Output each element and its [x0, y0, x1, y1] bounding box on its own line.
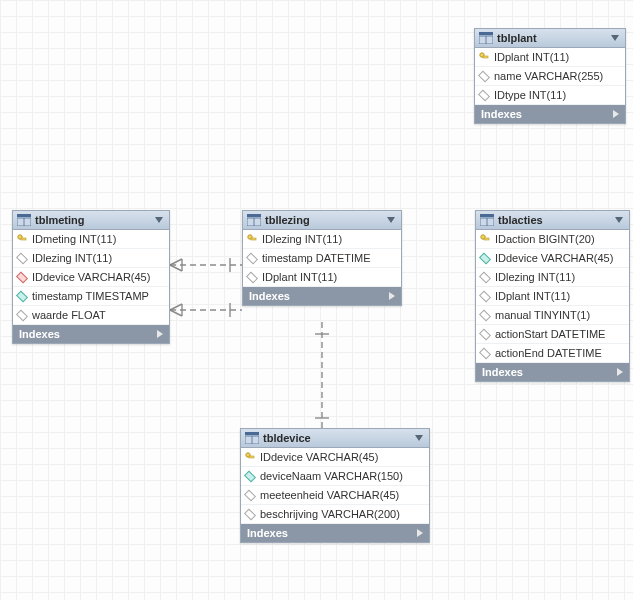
- column-row[interactable]: timestamp TIMESTAMP: [13, 287, 169, 306]
- diamond-icon: [16, 290, 28, 302]
- diamond-icon: [244, 508, 256, 520]
- collapse-icon[interactable]: [611, 35, 619, 41]
- column-row[interactable]: IDlezing INT(11): [476, 268, 629, 287]
- svg-line-8: [170, 310, 182, 316]
- indexes-section[interactable]: Indexes: [476, 363, 629, 381]
- column-text: waarde FLOAT: [32, 309, 106, 321]
- column-text: deviceNaam VARCHAR(150): [260, 470, 403, 482]
- svg-rect-37: [249, 456, 254, 458]
- collapse-icon[interactable]: [415, 435, 423, 441]
- svg-rect-27: [251, 238, 256, 240]
- indexes-section[interactable]: Indexes: [13, 325, 169, 343]
- diamond-icon: [246, 252, 258, 264]
- column-row[interactable]: IDlezing INT(11): [13, 249, 169, 268]
- column-text: IDmeting INT(11): [32, 233, 116, 245]
- diamond-icon: [478, 70, 490, 82]
- column-text: IDplant INT(11): [495, 290, 570, 302]
- column-row[interactable]: IDplant INT(11): [476, 287, 629, 306]
- column-row[interactable]: waarde FLOAT: [13, 306, 169, 325]
- expand-icon: [389, 292, 395, 300]
- column-text: IDlezing INT(11): [495, 271, 575, 283]
- table-header[interactable]: tbldevice: [241, 429, 429, 448]
- table-icon: [479, 32, 493, 44]
- column-text: IDplant INT(11): [262, 271, 337, 283]
- column-row[interactable]: beschrijving VARCHAR(200): [241, 505, 429, 524]
- column-row[interactable]: deviceNaam VARCHAR(150): [241, 467, 429, 486]
- diamond-icon: [16, 252, 28, 264]
- column-row[interactable]: IDdevice VARCHAR(45): [476, 249, 629, 268]
- column-text: IDdevice VARCHAR(45): [495, 252, 613, 264]
- column-row[interactable]: actionStart DATETIME: [476, 325, 629, 344]
- svg-rect-28: [480, 214, 494, 217]
- indexes-label: Indexes: [249, 290, 290, 302]
- table-tblmeting[interactable]: tblmeting IDmeting INT(11) IDlezing INT(…: [12, 210, 170, 344]
- diamond-icon: [244, 470, 256, 482]
- column-row[interactable]: meeteenheid VARCHAR(45): [241, 486, 429, 505]
- svg-line-3: [170, 259, 182, 265]
- table-header[interactable]: tblmeting: [13, 211, 169, 230]
- column-row[interactable]: IDtype INT(11): [475, 86, 625, 105]
- column-text: name VARCHAR(255): [494, 70, 603, 82]
- indexes-section[interactable]: Indexes: [243, 287, 401, 305]
- svg-rect-32: [484, 238, 489, 240]
- table-tblacties[interactable]: tblacties IDaction BIGINT(20) IDdevice V…: [475, 210, 630, 382]
- column-text: actionEnd DATETIME: [495, 347, 602, 359]
- svg-line-4: [170, 265, 182, 271]
- column-row[interactable]: IDdevice VARCHAR(45): [241, 448, 429, 467]
- pk-icon: [17, 234, 27, 244]
- column-row[interactable]: IDlezing INT(11): [243, 230, 401, 249]
- column-row[interactable]: manual TINYINT(1): [476, 306, 629, 325]
- collapse-icon[interactable]: [387, 217, 395, 223]
- indexes-label: Indexes: [19, 328, 60, 340]
- column-row[interactable]: IDplant INT(11): [243, 268, 401, 287]
- column-row[interactable]: IDplant INT(11): [475, 48, 625, 67]
- table-header[interactable]: tbllezing: [243, 211, 401, 230]
- table-tbldevice[interactable]: tbldevice IDdevice VARCHAR(45) deviceNaa…: [240, 428, 430, 543]
- diamond-icon: [16, 271, 28, 283]
- diamond-icon: [479, 290, 491, 302]
- column-row[interactable]: IDaction BIGINT(20): [476, 230, 629, 249]
- column-text: IDdevice VARCHAR(45): [32, 271, 150, 283]
- indexes-label: Indexes: [481, 108, 522, 120]
- diamond-icon: [478, 89, 490, 101]
- table-header[interactable]: tblacties: [476, 211, 629, 230]
- diamond-icon: [479, 347, 491, 359]
- column-text: IDtype INT(11): [494, 89, 566, 101]
- column-row[interactable]: IDdevice VARCHAR(45): [13, 268, 169, 287]
- svg-rect-13: [479, 32, 493, 35]
- table-title: tblmeting: [35, 214, 85, 226]
- column-row[interactable]: actionEnd DATETIME: [476, 344, 629, 363]
- collapse-icon[interactable]: [615, 217, 623, 223]
- svg-rect-22: [21, 238, 26, 240]
- table-title: tbllezing: [265, 214, 310, 226]
- collapse-icon[interactable]: [155, 217, 163, 223]
- column-row[interactable]: timestamp DATETIME: [243, 249, 401, 268]
- column-text: IDaction BIGINT(20): [495, 233, 595, 245]
- table-title: tblacties: [498, 214, 543, 226]
- column-text: timestamp TIMESTAMP: [32, 290, 149, 302]
- expand-icon: [617, 368, 623, 376]
- column-row[interactable]: IDmeting INT(11): [13, 230, 169, 249]
- diamond-icon: [244, 489, 256, 501]
- expand-icon: [417, 529, 423, 537]
- table-title: tbldevice: [263, 432, 311, 444]
- indexes-section[interactable]: Indexes: [241, 524, 429, 542]
- table-tbllezing[interactable]: tbllezing IDlezing INT(11) timestamp DAT…: [242, 210, 402, 306]
- table-title: tblplant: [497, 32, 537, 44]
- table-header[interactable]: tblplant: [475, 29, 625, 48]
- indexes-label: Indexes: [482, 366, 523, 378]
- column-row[interactable]: name VARCHAR(255): [475, 67, 625, 86]
- expand-icon: [157, 330, 163, 338]
- indexes-section[interactable]: Indexes: [475, 105, 625, 123]
- expand-icon: [613, 110, 619, 118]
- pk-icon: [480, 234, 490, 244]
- table-icon: [17, 214, 31, 226]
- indexes-label: Indexes: [247, 527, 288, 539]
- column-text: IDlezing INT(11): [262, 233, 342, 245]
- column-text: IDlezing INT(11): [32, 252, 112, 264]
- diamond-icon: [479, 309, 491, 321]
- table-tblplant[interactable]: tblplant IDplant INT(11) name VARCHAR(25…: [474, 28, 626, 124]
- column-text: beschrijving VARCHAR(200): [260, 508, 400, 520]
- column-text: meeteenheid VARCHAR(45): [260, 489, 399, 501]
- table-icon: [480, 214, 494, 226]
